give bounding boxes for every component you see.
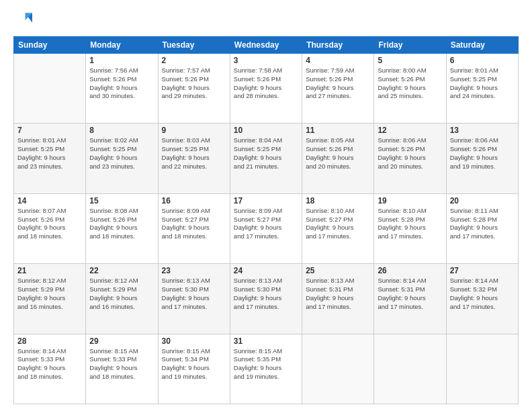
- week-row-3: 14Sunrise: 8:07 AM Sunset: 5:26 PM Dayli…: [14, 193, 519, 263]
- col-header-monday: Monday: [86, 37, 158, 54]
- day-cell: 10Sunrise: 8:04 AM Sunset: 5:25 PM Dayli…: [230, 124, 302, 193]
- page: SundayMondayTuesdayWednesdayThursdayFrid…: [0, 0, 532, 411]
- col-header-sunday: Sunday: [14, 37, 86, 54]
- day-number: 23: [162, 266, 226, 275]
- day-number: 11: [306, 126, 370, 135]
- day-info: Sunrise: 8:14 AM Sunset: 5:31 PM Dayligh…: [378, 277, 442, 311]
- day-cell: 4Sunrise: 7:59 AM Sunset: 5:26 PM Daylig…: [302, 54, 374, 124]
- day-cell: 17Sunrise: 8:09 AM Sunset: 5:27 PM Dayli…: [230, 193, 302, 263]
- day-cell: 1Sunrise: 7:56 AM Sunset: 5:26 PM Daylig…: [86, 54, 158, 124]
- day-number: 17: [234, 196, 298, 205]
- day-cell: 15Sunrise: 8:08 AM Sunset: 5:26 PM Dayli…: [86, 193, 158, 263]
- day-info: Sunrise: 8:13 AM Sunset: 5:30 PM Dayligh…: [234, 277, 298, 311]
- day-cell: 20Sunrise: 8:11 AM Sunset: 5:28 PM Dayli…: [446, 193, 518, 263]
- day-number: 29: [89, 336, 154, 346]
- day-info: Sunrise: 8:15 AM Sunset: 5:33 PM Dayligh…: [89, 347, 154, 381]
- day-cell: [374, 334, 446, 404]
- col-header-thursday: Thursday: [302, 37, 374, 54]
- day-number: 8: [89, 126, 154, 135]
- day-info: Sunrise: 8:13 AM Sunset: 5:30 PM Dayligh…: [162, 277, 226, 311]
- week-row-5: 28Sunrise: 8:14 AM Sunset: 5:33 PM Dayli…: [14, 334, 519, 404]
- day-cell: 7Sunrise: 8:01 AM Sunset: 5:25 PM Daylig…: [14, 124, 86, 193]
- day-cell: 13Sunrise: 8:06 AM Sunset: 5:26 PM Dayli…: [446, 124, 518, 193]
- day-cell: 25Sunrise: 8:13 AM Sunset: 5:31 PM Dayli…: [302, 264, 374, 334]
- calendar: SundayMondayTuesdayWednesdayThursdayFrid…: [13, 36, 519, 404]
- day-number: 4: [306, 56, 370, 65]
- day-cell: 29Sunrise: 8:15 AM Sunset: 5:33 PM Dayli…: [86, 334, 158, 404]
- day-number: 2: [162, 56, 226, 65]
- day-cell: 21Sunrise: 8:12 AM Sunset: 5:29 PM Dayli…: [14, 264, 86, 334]
- day-cell: 14Sunrise: 8:07 AM Sunset: 5:26 PM Dayli…: [14, 193, 86, 263]
- day-number: 19: [378, 196, 442, 205]
- week-row-4: 21Sunrise: 8:12 AM Sunset: 5:29 PM Dayli…: [14, 264, 519, 334]
- day-number: 27: [450, 266, 515, 275]
- logo: [13, 11, 35, 30]
- col-header-saturday: Saturday: [446, 37, 518, 54]
- day-cell: [302, 334, 374, 404]
- day-cell: [446, 334, 518, 404]
- day-info: Sunrise: 7:57 AM Sunset: 5:26 PM Dayligh…: [162, 66, 226, 101]
- col-header-wednesday: Wednesday: [230, 37, 302, 54]
- day-info: Sunrise: 7:58 AM Sunset: 5:26 PM Dayligh…: [234, 66, 298, 101]
- day-info: Sunrise: 8:06 AM Sunset: 5:26 PM Dayligh…: [450, 136, 515, 171]
- day-number: 3: [234, 56, 298, 65]
- day-info: Sunrise: 8:15 AM Sunset: 5:35 PM Dayligh…: [234, 347, 298, 381]
- day-number: 20: [450, 196, 515, 205]
- day-number: 18: [306, 196, 370, 205]
- week-row-1: 1Sunrise: 7:56 AM Sunset: 5:26 PM Daylig…: [14, 54, 519, 124]
- day-cell: 28Sunrise: 8:14 AM Sunset: 5:33 PM Dayli…: [14, 334, 86, 404]
- day-number: 6: [450, 56, 515, 65]
- day-info: Sunrise: 8:10 AM Sunset: 5:27 PM Dayligh…: [306, 207, 370, 241]
- day-cell: 31Sunrise: 8:15 AM Sunset: 5:35 PM Dayli…: [230, 334, 302, 404]
- day-info: Sunrise: 8:01 AM Sunset: 5:25 PM Dayligh…: [17, 136, 82, 171]
- day-info: Sunrise: 8:06 AM Sunset: 5:26 PM Dayligh…: [378, 136, 442, 171]
- day-cell: 18Sunrise: 8:10 AM Sunset: 5:27 PM Dayli…: [302, 193, 374, 263]
- day-info: Sunrise: 8:08 AM Sunset: 5:26 PM Dayligh…: [89, 207, 154, 241]
- day-number: 5: [378, 56, 442, 65]
- day-number: 14: [17, 196, 82, 205]
- day-cell: 9Sunrise: 8:03 AM Sunset: 5:25 PM Daylig…: [158, 124, 230, 193]
- day-number: 31: [234, 336, 298, 346]
- day-info: Sunrise: 8:14 AM Sunset: 5:32 PM Dayligh…: [450, 277, 515, 311]
- day-cell: 26Sunrise: 8:14 AM Sunset: 5:31 PM Dayli…: [374, 264, 446, 334]
- day-cell: 8Sunrise: 8:02 AM Sunset: 5:25 PM Daylig…: [86, 124, 158, 193]
- day-cell: [14, 54, 86, 124]
- day-info: Sunrise: 8:12 AM Sunset: 5:29 PM Dayligh…: [17, 277, 82, 311]
- day-cell: 5Sunrise: 8:00 AM Sunset: 5:26 PM Daylig…: [374, 54, 446, 124]
- day-cell: 12Sunrise: 8:06 AM Sunset: 5:26 PM Dayli…: [374, 124, 446, 193]
- day-info: Sunrise: 8:14 AM Sunset: 5:33 PM Dayligh…: [17, 347, 82, 381]
- day-number: 13: [450, 126, 515, 135]
- day-cell: 3Sunrise: 7:58 AM Sunset: 5:26 PM Daylig…: [230, 54, 302, 124]
- day-number: 24: [234, 266, 298, 275]
- day-info: Sunrise: 8:10 AM Sunset: 5:28 PM Dayligh…: [378, 207, 442, 241]
- day-info: Sunrise: 7:56 AM Sunset: 5:26 PM Dayligh…: [89, 66, 154, 101]
- day-number: 22: [89, 266, 154, 275]
- day-number: 30: [162, 336, 226, 346]
- day-cell: 19Sunrise: 8:10 AM Sunset: 5:28 PM Dayli…: [374, 193, 446, 263]
- header: [13, 11, 519, 30]
- day-cell: 24Sunrise: 8:13 AM Sunset: 5:30 PM Dayli…: [230, 264, 302, 334]
- day-info: Sunrise: 8:01 AM Sunset: 5:25 PM Dayligh…: [450, 66, 515, 101]
- day-info: Sunrise: 8:12 AM Sunset: 5:29 PM Dayligh…: [89, 277, 154, 311]
- day-cell: 27Sunrise: 8:14 AM Sunset: 5:32 PM Dayli…: [446, 264, 518, 334]
- day-number: 25: [306, 266, 370, 275]
- day-number: 15: [89, 196, 154, 205]
- day-info: Sunrise: 8:09 AM Sunset: 5:27 PM Dayligh…: [234, 207, 298, 241]
- week-row-2: 7Sunrise: 8:01 AM Sunset: 5:25 PM Daylig…: [14, 124, 519, 193]
- col-header-tuesday: Tuesday: [158, 37, 230, 54]
- day-info: Sunrise: 8:05 AM Sunset: 5:26 PM Dayligh…: [306, 136, 370, 171]
- day-number: 1: [89, 56, 154, 65]
- day-info: Sunrise: 8:07 AM Sunset: 5:26 PM Dayligh…: [17, 207, 82, 241]
- day-number: 26: [378, 266, 442, 275]
- header-row: SundayMondayTuesdayWednesdayThursdayFrid…: [14, 37, 519, 54]
- logo-icon: [13, 11, 32, 30]
- day-cell: 23Sunrise: 8:13 AM Sunset: 5:30 PM Dayli…: [158, 264, 230, 334]
- day-info: Sunrise: 8:04 AM Sunset: 5:25 PM Dayligh…: [234, 136, 298, 171]
- day-info: Sunrise: 8:03 AM Sunset: 5:25 PM Dayligh…: [162, 136, 226, 171]
- day-number: 16: [162, 196, 226, 205]
- day-cell: 11Sunrise: 8:05 AM Sunset: 5:26 PM Dayli…: [302, 124, 374, 193]
- day-info: Sunrise: 7:59 AM Sunset: 5:26 PM Dayligh…: [306, 66, 370, 101]
- day-number: 21: [17, 266, 82, 275]
- day-cell: 2Sunrise: 7:57 AM Sunset: 5:26 PM Daylig…: [158, 54, 230, 124]
- day-info: Sunrise: 8:15 AM Sunset: 5:34 PM Dayligh…: [162, 347, 226, 381]
